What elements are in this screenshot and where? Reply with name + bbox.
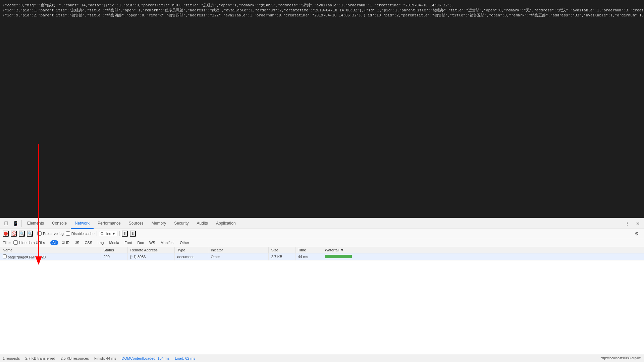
toolbar-sep-1 [35, 231, 35, 236]
devtools-url: http://localhost:8080/org/list [600, 356, 641, 360]
record-btn[interactable] [3, 231, 9, 237]
device-toolbar-btn[interactable]: 📱 [11, 220, 19, 228]
row-type: document [174, 253, 208, 260]
col-remote-address[interactable]: Remote Address [127, 247, 174, 253]
tab-performance[interactable]: Performance [94, 218, 125, 229]
tab-memory[interactable]: Memory [148, 218, 170, 229]
clear-btn[interactable]: 🚫 [11, 231, 17, 237]
network-table: Name Status Remote Address Type Initiato… [0, 247, 644, 354]
toolbar-sep-2 [97, 231, 97, 236]
col-size[interactable]: Size [268, 247, 295, 253]
export-har-btn[interactable]: ⬇ [130, 231, 136, 237]
col-waterfall[interactable]: Waterfall ▼ [322, 247, 644, 253]
toolbar-sep-3 [119, 231, 120, 236]
filter-type-media[interactable]: Media [107, 240, 121, 245]
filter-type-font[interactable]: Font [122, 240, 134, 245]
filter-type-manifest[interactable]: Manifest [159, 240, 177, 245]
filter-bar: Filter Hide data URLs All XHR JS CSS Img… [0, 238, 644, 247]
row-size: 2.7 KB [268, 253, 295, 260]
row-checkbox[interactable] [3, 254, 7, 258]
filter-btn[interactable]: 🔍 [19, 231, 25, 237]
import-har-btn[interactable]: ⬆ [122, 231, 128, 237]
filter-label: Filter [3, 241, 11, 245]
col-status[interactable]: Status [101, 247, 127, 253]
table-row[interactable]: page?page=1&limit=20 200 [::1]:8086 docu… [0, 253, 644, 260]
finish-time: Finish: 44 ms [94, 356, 116, 360]
hide-data-urls-checkbox[interactable]: Hide data URLs [13, 240, 45, 245]
tab-application[interactable]: Application [212, 218, 240, 229]
filter-type-img[interactable]: Img [96, 240, 106, 245]
row-initiator: Other [208, 253, 268, 260]
transferred-size: 2.7 KB transferred [25, 356, 55, 360]
col-name[interactable]: Name [0, 247, 101, 253]
filter-type-other[interactable]: Other [178, 240, 191, 245]
row-status: 200 [101, 253, 127, 260]
load-time[interactable]: Load: 62 ms [175, 356, 196, 360]
json-response: {"code":0,"msg":"查询成功！","count":14,"data… [3, 3, 641, 18]
row-name: page?page=1&limit=20 [0, 253, 101, 260]
record-circle-icon [4, 232, 8, 236]
tab-elements[interactable]: Elements [23, 218, 48, 229]
filter-type-all[interactable]: All [50, 240, 58, 245]
tab-network[interactable]: Network [71, 218, 94, 229]
col-initiator[interactable]: Initiator [208, 247, 268, 253]
settings-btn[interactable]: ⚙ [633, 230, 641, 238]
requests-table: Name Status Remote Address Type Initiato… [0, 247, 644, 260]
network-toolbar: 🚫 🔍 🔍 Preserve log Disable cache Online … [0, 229, 644, 238]
filter-type-xhr[interactable]: XHR [60, 240, 71, 245]
preserve-log-checkbox[interactable]: Preserve log [37, 231, 64, 236]
filter-type-ws[interactable]: WS [147, 240, 157, 245]
close-devtools-btn[interactable]: ✕ [634, 220, 642, 228]
row-remote-address: [::1]:8086 [127, 253, 174, 260]
col-time[interactable]: Time [295, 247, 322, 253]
search-btn[interactable]: 🔍 [27, 231, 33, 237]
tab-security[interactable]: Security [170, 218, 193, 229]
more-options-btn[interactable]: ⋮ [623, 220, 631, 228]
devtools-panel: ❐ 📱 Elements Console Network Performance… [0, 218, 644, 362]
sort-icon: ▼ [340, 248, 344, 252]
devtools-tabs-bar: ❐ 📱 Elements Console Network Performance… [0, 218, 644, 229]
row-time: 44 ms [295, 253, 322, 260]
tab-sources[interactable]: Sources [125, 218, 148, 229]
dom-content-loaded[interactable]: DOMContentLoaded: 104 ms [121, 356, 169, 360]
status-bar: 1 requests 2.7 KB transferred 2.5 KB res… [0, 354, 644, 362]
row-waterfall [322, 253, 644, 260]
throttling-select[interactable]: Online ▼ [99, 231, 117, 236]
disable-cache-checkbox[interactable]: Disable cache [66, 231, 95, 236]
chevron-down-icon: ▼ [112, 232, 116, 236]
tab-separator-1 [21, 220, 22, 227]
row-name-text: page?page=1&limit=20 [8, 255, 46, 259]
filter-type-doc[interactable]: Doc [135, 240, 146, 245]
filter-type-css[interactable]: CSS [83, 240, 94, 245]
resources-size: 2.5 KB resources [61, 356, 89, 360]
tab-console[interactable]: Console [48, 218, 71, 229]
col-type[interactable]: Type [174, 247, 208, 253]
tab-audits[interactable]: Audits [193, 218, 212, 229]
filter-type-js[interactable]: JS [73, 240, 82, 245]
waterfall-bar [325, 255, 352, 258]
devtools-right-icons: ⋮ ✕ [623, 220, 643, 228]
inspect-element-btn[interactable]: ❐ [2, 220, 10, 228]
requests-count: 1 requests [3, 356, 20, 360]
